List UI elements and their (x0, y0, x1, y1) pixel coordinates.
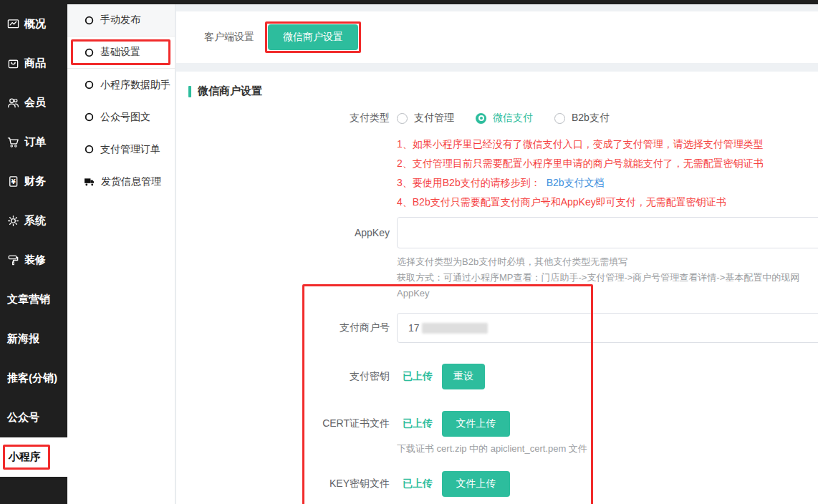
decorate-icon (7, 254, 19, 266)
sidebar-item-label: 财务 (24, 175, 46, 188)
sidebar-item-label: 文章营销 (7, 293, 50, 306)
goods-icon (7, 57, 19, 69)
pay-type-row: 支付类型 支付管理 微信支付 B2b支付 (176, 107, 818, 129)
radio-wechat-pay[interactable]: 微信支付 (476, 112, 533, 125)
pay-secret-row: 支付密钥 已上传 重设 (176, 364, 818, 389)
circle-icon (85, 145, 94, 154)
svg-text:¥: ¥ (11, 178, 16, 185)
merchant-id-label: 支付商户号 (176, 321, 390, 334)
merchant-id-row: 支付商户号 17 (176, 313, 818, 343)
sidebar-item-label: 公众号 (7, 411, 39, 425)
appkey-help: 选择支付类型为B2b支付时必填，其他支付类型无需填写 获取方式：可通过小程序MP… (397, 254, 818, 301)
submenu-item-basic-settings[interactable]: 基础设置 (67, 37, 175, 69)
cert-file-row: CERT证书文件 已上传 文件上传 (176, 411, 818, 437)
submenu-item-label: 发货信息管理 (101, 175, 161, 188)
b2b-doc-link[interactable]: B2b支付文档 (547, 177, 605, 188)
radio-label: 支付管理 (414, 112, 454, 125)
sidebar-item-goods[interactable]: 商品 (0, 44, 67, 83)
redacted-value-blur (422, 323, 488, 334)
radio-label: 微信支付 (493, 112, 533, 125)
circle-icon (85, 48, 94, 57)
merchant-id-input[interactable]: 17 (397, 313, 818, 343)
submenu-item-data-assistant[interactable]: 小程序数据助手 (67, 69, 175, 101)
submenu-item-label: 支付管理订单 (100, 143, 160, 156)
submenu-item-label: 基础设置 (100, 46, 140, 59)
sidebar-item-distribution[interactable]: 推客(分销) (0, 359, 67, 398)
sidebar-item-label: 会员 (24, 96, 46, 110)
pay-secret-label: 支付密钥 (176, 370, 390, 383)
finance-icon: ¥ (7, 175, 19, 188)
cert-file-label: CERT证书文件 (176, 417, 390, 430)
submenu-item-shipping-info[interactable]: 发货信息管理 (67, 165, 175, 198)
sidebar-item-label: 新海报 (7, 332, 39, 346)
sidebar-item-label: 系统 (24, 214, 46, 228)
sidebar-item-article-marketing[interactable]: 文章营销 (0, 280, 67, 319)
circle-icon (85, 16, 94, 25)
settings-tab-bar: 客户端设置 微信商户设置 (176, 11, 818, 63)
submenu-item-official-articles[interactable]: 公众号图文 (67, 101, 175, 133)
sidebar-item-members[interactable]: 会员 (0, 83, 67, 122)
tab-wechat-merchant-settings[interactable]: 微信商户设置 (268, 24, 358, 50)
key-upload-button[interactable]: 文件上传 (442, 471, 510, 497)
key-file-label: KEY密钥文件 (176, 478, 390, 490)
appkey-row: AppKey (176, 217, 818, 248)
submenu-item-label: 手动发布 (100, 14, 140, 26)
sidebar-item-mini-program[interactable]: 小程序 (0, 437, 67, 477)
radio-label: B2b支付 (572, 112, 610, 125)
note-line-2: 2、支付管理目前只需要配置小程序里申请的商户号就能支付了，无需配置密钥证书 (397, 154, 818, 173)
cert-upload-button[interactable]: 文件上传 (442, 411, 510, 437)
sidebar-item-label: 商品 (24, 57, 46, 70)
sidebar-item-label: 推客(分销) (7, 372, 57, 385)
pay-type-label: 支付类型 (176, 112, 390, 125)
top-black-bar (0, 0, 818, 4)
sidebar-item-decorate[interactable]: 装修 (0, 241, 67, 280)
section-accent-bar (188, 86, 191, 97)
reset-secret-button[interactable]: 重设 (442, 364, 485, 389)
sidebar-item-system[interactable]: 系统 (0, 201, 67, 241)
main-content: 客户端设置 微信商户设置 微信商户设置 支付类型 支付管理 微信支 (176, 4, 818, 504)
appkey-help-line-1: 选择支付类型为B2b支付时必填，其他支付类型无需填写 (397, 254, 818, 270)
note-line-1: 1、如果小程序里已经没有了微信支付入口，变成了支付管理，请选择支付管理类型 (397, 135, 818, 154)
note-line-4: 4、B2b支付只需要配置支付商户号和AppKey即可支付，无需配置密钥证书 (397, 193, 818, 212)
submenu-item-manual-publish[interactable]: 手动发布 (67, 4, 175, 37)
section-header: 微信商户设置 (188, 84, 818, 98)
system-icon (7, 215, 19, 227)
note-line-3: 3、要使用B2b支付的请移步到：B2b支付文档 (397, 173, 818, 193)
merchant-settings-form: 支付类型 支付管理 微信支付 B2b支付 (176, 107, 818, 504)
members-icon (7, 97, 19, 109)
circle-icon (85, 80, 94, 89)
submenu-item-label: 小程序数据助手 (100, 79, 170, 92)
sidebar-item-finance[interactable]: ¥ 财务 (0, 162, 67, 201)
truck-icon (85, 178, 95, 186)
appkey-help-line-2: 获取方式：可通过小程序MP查看：门店助手->支付管理->商户号管理查看详情->基… (397, 270, 818, 301)
sidebar-item-overview[interactable]: 概况 (0, 4, 67, 44)
orders-icon (7, 136, 19, 148)
cert-file-status-badge: 已上传 (403, 417, 433, 430)
primary-sidebar: 概况 商品 会员 订单 ¥ 财务 系统 装修 文章营销 新海报 推客(分销) 公… (0, 0, 67, 504)
secondary-sidebar: 手动发布 基础设置 小程序数据助手 公众号图文 支付管理订单 发货信息管理 (67, 4, 175, 504)
pay-secret-status-badge: 已上传 (403, 370, 433, 383)
cert-file-help: 下载证书 cert.zip 中的 apiclient_cert.pem 文件 (397, 442, 818, 455)
sidebar-item-label: 装修 (24, 253, 46, 267)
radio-circle-icon (476, 113, 486, 124)
sidebar-item-label: 概况 (24, 17, 46, 31)
overview-icon (7, 18, 19, 30)
submenu-item-payment-orders[interactable]: 支付管理订单 (67, 133, 175, 165)
pay-type-notes: 1、如果小程序里已经没有了微信支付入口，变成了支付管理，请选择支付管理类型 2、… (397, 135, 818, 212)
radio-circle-icon (554, 113, 565, 124)
radio-pay-management[interactable]: 支付管理 (397, 112, 454, 125)
circle-icon (85, 112, 94, 122)
radio-b2b-pay[interactable]: B2b支付 (554, 112, 610, 125)
merchant-id-value: 17 (408, 322, 420, 334)
sidebar-item-new-poster[interactable]: 新海报 (0, 319, 67, 359)
tab-client-settings[interactable]: 客户端设置 (204, 31, 254, 44)
section-title: 微信商户设置 (198, 84, 262, 98)
appkey-input[interactable] (397, 217, 818, 248)
sidebar-item-orders[interactable]: 订单 (0, 122, 67, 162)
annotation-box-merchant-tab: 微信商户设置 (265, 21, 361, 53)
radio-circle-icon (397, 113, 408, 124)
submenu-item-label: 公众号图文 (100, 111, 150, 124)
key-file-row: KEY密钥文件 已上传 文件上传 (176, 471, 818, 497)
appkey-label: AppKey (176, 227, 390, 238)
sidebar-item-official-account[interactable]: 公众号 (0, 398, 67, 437)
